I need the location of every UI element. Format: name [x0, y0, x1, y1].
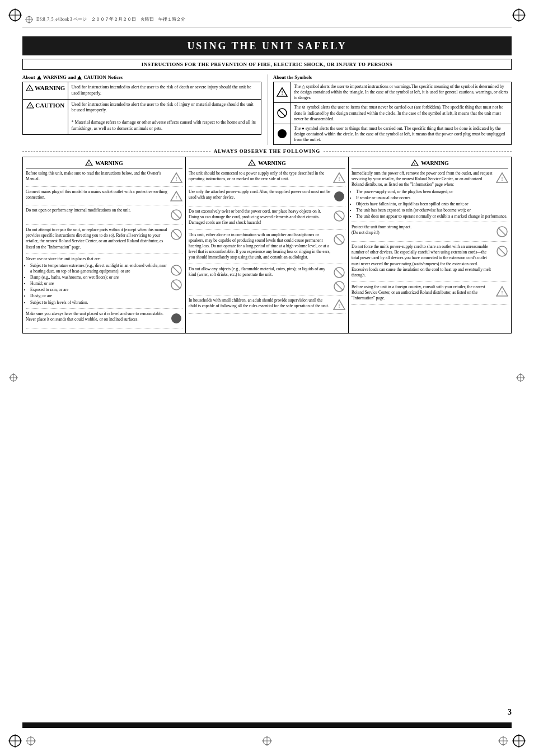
circle-slash-icon-c2-5a	[333, 266, 345, 279]
warning-text: WARNING	[35, 84, 65, 91]
triangle-icon-1: !	[170, 172, 182, 183]
right-crosshair	[516, 373, 526, 384]
col3-item2-text: Protect the unit from strong impact.(Do …	[352, 224, 411, 236]
svg-line-31	[172, 211, 180, 219]
about-warning-title: About WARNING and CAUTION Notices	[22, 74, 261, 80]
col2-item3-text: Do not excessively twist or bend the pow…	[189, 209, 331, 226]
circle-slash-icon-c2-5b	[333, 280, 345, 293]
col3-item3-icon	[496, 245, 508, 259]
col2-item2-text: Use only the attached power-supply cord.…	[189, 189, 331, 200]
circle-filled-icon-6	[170, 312, 182, 325]
col3-item3: Do not force the unit's power-supply cor…	[352, 244, 508, 279]
sep-c2-6	[189, 313, 345, 314]
circle-slash-icon-c3-2	[496, 226, 508, 238]
col1-item3-icon	[170, 209, 182, 222]
triangle-icon-c2-1: !	[333, 172, 345, 183]
col3-item1-text: Immediately turn the power off, remove t…	[352, 171, 494, 187]
bottom-crosshair-left	[25, 735, 36, 748]
sub-item-dusty: Dusty; or are	[30, 293, 168, 299]
svg-text:!: !	[502, 176, 503, 182]
col1-item6: Make sure you always have the unit place…	[26, 311, 182, 326]
caution-text: CAUTION	[35, 102, 64, 109]
sep-c2-1	[189, 186, 345, 187]
svg-line-59	[498, 228, 506, 236]
col1-header-icon: !	[85, 159, 93, 166]
col2-item5-text: Do not allow any objects (e.g., flammabl…	[189, 266, 333, 278]
col3-item1-header-row: Immediately turn the power off, remove t…	[352, 171, 508, 189]
and-text: and	[68, 74, 76, 80]
circle-slash-icon-5b	[170, 279, 182, 291]
circle-slash-icon-c2-4	[333, 233, 345, 246]
svg-text:!: !	[339, 176, 340, 182]
svg-point-38	[171, 313, 181, 323]
triangle-icon-c2-6: !	[333, 299, 345, 310]
about-symbols-section: About the Symbols ! The △ symbol alerts …	[267, 74, 512, 145]
sub-item-humid: Humid; or are	[30, 281, 168, 287]
sep-c3-4	[352, 304, 508, 305]
sep-c2-2	[189, 206, 345, 206]
col3-header-text: WARNING	[421, 160, 448, 166]
col1-item4-text: Do not attempt to repair the unit, or re…	[26, 227, 168, 250]
always-observe-section: ALWAYS OBSERVE THE FOLLOWING	[22, 148, 512, 154]
col1-item2: Connect mains plug of this model to a ma…	[26, 189, 182, 203]
caution-label-title: CAUTION	[83, 74, 106, 80]
col2-item5: Do not allow any objects (e.g., flammabl…	[189, 266, 345, 293]
sep-c3-1	[352, 222, 508, 222]
col1-item3-text: Do not open or perform any internal modi…	[26, 208, 131, 213]
col1-item2-text: Connect mains plug of this model to a ma…	[26, 189, 168, 200]
reg-mark-bl	[7, 732, 24, 749]
symbol1-icon-cell: !	[274, 82, 291, 103]
page-title: USING THE UNIT SAFELY	[22, 40, 512, 52]
warning-caution-table: ! WARNING Used for instructions intended…	[22, 82, 261, 135]
svg-point-23	[278, 129, 287, 138]
reg-mark-tl	[7, 7, 24, 24]
warning-tri-icon: !	[26, 84, 34, 91]
col1-item5: Never use or store the unit in places th…	[26, 256, 182, 306]
svg-line-47	[335, 236, 343, 243]
bottom-crosshair-center	[261, 735, 273, 748]
svg-text:!: !	[176, 176, 177, 182]
col3-header: ! WARNING	[352, 159, 508, 168]
sub-item-vibration: Subject to high levels of vibration.	[30, 300, 168, 306]
circle-slash-icon-4	[170, 228, 182, 241]
svg-line-35	[172, 266, 180, 274]
col2-item1-text: The unit should be connected to a power …	[189, 171, 331, 182]
caution-triangle-icon	[77, 76, 82, 79]
symbols-table: ! The △ symbol alerts the user to import…	[273, 82, 512, 145]
svg-line-33	[172, 231, 180, 238]
reg-mark-tr	[510, 7, 527, 24]
sep5	[26, 308, 182, 309]
three-columns: ! WARNING Before using this unit, make s…	[22, 157, 512, 334]
page-number: 3	[508, 708, 512, 717]
col2-item5-icons	[333, 266, 345, 293]
sub-normal: The unit does not appear to operate norm…	[356, 214, 508, 219]
col2-item6: In households with small children, an ad…	[189, 298, 345, 311]
svg-text:!: !	[282, 91, 283, 96]
symbol2-row: The ⊘ symbol alerts the user to items th…	[274, 103, 512, 124]
subtitle-box: INSTRUCTIONS FOR THE PREVENTION OF FIRE,…	[22, 59, 512, 70]
svg-text:!: !	[176, 195, 177, 200]
col3-item1-sublist: The power-supply cord, or the plug has b…	[352, 189, 508, 220]
col3-item4-text: Before using the unit in a foreign count…	[352, 284, 494, 301]
symbol2-icon-cell	[274, 103, 291, 124]
col2-item6-text: In households with small children, an ad…	[189, 298, 331, 309]
circle-slash-symbol-icon	[277, 107, 288, 119]
col1-item1-icon: !	[170, 172, 182, 184]
dashed-line-left	[22, 151, 210, 152]
col2-item1-icon: !	[333, 172, 345, 184]
circle-slash-icon-3	[170, 209, 182, 221]
sep-c2-5	[189, 295, 345, 295]
col1-item5-sublist: Subject to temperature extremes (e.g., d…	[26, 263, 168, 306]
svg-point-43	[334, 191, 344, 201]
svg-line-37	[172, 281, 180, 289]
col2-item3-icon	[333, 210, 345, 223]
warning-desc: Used for instructions intended to alert …	[68, 82, 261, 100]
col3-item1-icon: !	[496, 172, 508, 184]
col1-item4-icon	[170, 228, 182, 242]
svg-text:!: !	[29, 87, 30, 91]
sub-rain: The unit has been exposed to rain (or ot…	[356, 208, 508, 213]
sub-smoke: If smoke or unusual odor occurs	[356, 195, 508, 201]
svg-line-51	[335, 283, 343, 290]
crosshair-icon	[25, 16, 33, 24]
col2-item6-icon: !	[333, 299, 345, 311]
